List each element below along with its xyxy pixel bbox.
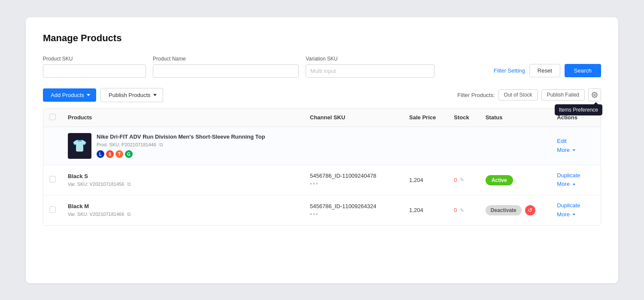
parent-stock-cell [448, 127, 479, 165]
product-info: Nike Dri-FIT ADV Run Division Men's Shor… [97, 133, 265, 158]
variant2-refresh-button[interactable]: ↺ [525, 205, 535, 215]
variant1-actions-cell: Duplicate More [551, 165, 601, 195]
variant2-checkbox[interactable] [49, 206, 56, 213]
copy-sku-icon[interactable]: ⧉ [159, 142, 163, 148]
add-products-label: Add Products [51, 92, 84, 98]
more-chevron-icon [573, 149, 575, 151]
copy-variant2-sku-icon[interactable]: ⧉ [127, 211, 131, 217]
variant1-checkbox-cell [43, 165, 62, 195]
variant2-stock-value: 0 [454, 207, 457, 213]
filter-row: Product SKU Product Name Variation SKU F… [43, 56, 601, 78]
table-row: Black S Var. SKU: V202107181456 ⧉ 545678… [43, 165, 601, 195]
gear-button[interactable]: Items Preference [588, 88, 601, 101]
variant1-stock-cell: 0 ✎ [448, 165, 479, 195]
variant1-name: Black S [68, 173, 298, 179]
variation-sku-input[interactable] [306, 64, 434, 78]
gear-icon [592, 92, 598, 98]
variant1-status-cell: Active [480, 165, 551, 195]
variant2-sale-price: 1,204 [409, 207, 423, 213]
publish-products-chevron-icon [153, 94, 157, 96]
variant1-sale-price: 1,204 [409, 177, 423, 183]
variant2-info: Black M Var. SKU: V202107181466 ⧉ [68, 203, 298, 217]
add-products-chevron-icon [87, 94, 90, 96]
product-thumbnail: 👕 [68, 133, 91, 159]
variant1-sale-price-cell: 1,204 [403, 165, 448, 195]
product-name-label: Product Name [153, 56, 299, 62]
filter-setting-button[interactable]: Filter Setting [494, 67, 525, 74]
out-of-stock-chip[interactable]: Out of Stock [498, 89, 538, 100]
publish-products-label: Publish Products [109, 92, 151, 98]
product-name-group: Product Name [153, 56, 299, 78]
copy-variant1-sku-icon[interactable]: ⧉ [127, 181, 131, 187]
variant2-channel-dots: ••• [310, 211, 397, 218]
header-checkbox-cell [43, 109, 62, 127]
edit-link[interactable]: Edit [557, 137, 595, 146]
parent-product-cell: 👕 Nike Dri-FIT ADV Run Division Men's Sh… [62, 127, 304, 165]
products-table-wrap: Products Channel SKU Sale Price Stock St… [43, 108, 601, 226]
table-row: Black M Var. SKU: V202107181466 ⧉ 545678… [43, 195, 601, 225]
product-name: Nike Dri-FIT ADV Run Division Men's Shor… [97, 133, 265, 140]
variant2-actions-cell: Duplicate More [551, 195, 601, 225]
filter-products-label: Filter Products: [457, 92, 495, 98]
publish-products-button[interactable]: Publish Products [100, 88, 163, 102]
header-checkbox[interactable] [49, 114, 56, 120]
tiktok-icon: T [115, 150, 123, 158]
publish-failed-chip[interactable]: Publish Failed [541, 89, 585, 100]
page-title: Manage Products [43, 33, 601, 44]
more-chevron-icon-v2 [573, 214, 575, 215]
products-table: Products Channel SKU Sale Price Stock St… [43, 109, 601, 225]
variant2-status-badge: Deactivate [486, 205, 522, 215]
header-sale-price: Sale Price [403, 109, 448, 127]
product-sku-group: Product SKU [43, 56, 146, 78]
variant1-channel-sku-cell: 5456786_ID-11009240478 ••• [304, 165, 403, 195]
variation-sku-group: Variation SKU [306, 56, 434, 78]
variant2-name: Black M [68, 203, 298, 209]
more-link-variant1[interactable]: More [557, 180, 595, 189]
more-chevron-icon-v1 [573, 184, 575, 185]
variant1-checkbox[interactable] [49, 176, 56, 182]
parent-actions-cell: Edit More [551, 127, 601, 165]
variation-sku-label: Variation SKU [306, 56, 434, 62]
filter-actions: Filter Setting Reset Search [494, 64, 601, 78]
more-link-variant2[interactable]: More [557, 210, 595, 219]
items-preference-tooltip: Items Preference [555, 104, 602, 115]
header-products: Products [62, 109, 304, 127]
variant1-stock-edit-icon[interactable]: ✎ [460, 177, 464, 183]
variant2-status-cell: Deactivate ↺ [480, 195, 551, 225]
toolbar: Add Products Publish Products Filter Pro… [43, 88, 601, 102]
product-name-input[interactable] [153, 64, 299, 78]
variant1-sku: Var. SKU: V202107181456 ⧉ [68, 181, 298, 187]
parent-sale-price-cell [403, 127, 448, 165]
variant1-status-badge: Active [486, 175, 513, 185]
grab-icon: G [125, 150, 133, 158]
table-row: 👕 Nike Dri-FIT ADV Run Division Men's Sh… [43, 127, 601, 165]
duplicate-link-variant1[interactable]: Duplicate [557, 171, 595, 180]
variant2-checkbox-cell [43, 195, 62, 225]
product-sku-input[interactable] [43, 64, 146, 78]
variant2-channel-sku: 5456786_ID-11009264324 [310, 203, 397, 209]
add-products-button[interactable]: Add Products [43, 88, 96, 102]
table-header-row: Products Channel SKU Sale Price Stock St… [43, 109, 601, 127]
more-link-parent[interactable]: More [557, 146, 595, 155]
lazada-icon: L [97, 150, 104, 158]
parent-status-cell [480, 127, 551, 165]
search-button[interactable]: Search [565, 64, 601, 77]
filter-products-area: Filter Products: Out of Stock Publish Fa… [457, 88, 601, 101]
variant2-channel-sku-cell: 5456786_ID-11009264324 ••• [304, 195, 403, 225]
variant2-stock-edit-icon[interactable]: ✎ [460, 207, 464, 213]
variant2-sku: Var. SKU: V202107181466 ⧉ [68, 211, 298, 217]
shopee-icon: S [106, 150, 114, 158]
svg-point-0 [594, 94, 595, 96]
variant1-channel-sku: 5456786_ID-11009240478 [310, 173, 397, 179]
platform-icons: L S T G [97, 150, 265, 158]
header-stock: Stock [448, 109, 479, 127]
shirt-icon: 👕 [72, 139, 87, 153]
duplicate-link-variant2[interactable]: Duplicate [557, 201, 595, 210]
variant2-product-cell: Black M Var. SKU: V202107181466 ⧉ [62, 195, 304, 225]
reset-button[interactable]: Reset [529, 64, 560, 77]
header-channel-sku: Channel SKU [304, 109, 403, 127]
parent-channel-sku-cell [304, 127, 403, 165]
product-sku-value: Prod. SKU: P202107181446 ⧉ [97, 142, 265, 148]
parent-checkbox-cell [43, 127, 62, 165]
variant2-sale-price-cell: 1,204 [403, 195, 448, 225]
